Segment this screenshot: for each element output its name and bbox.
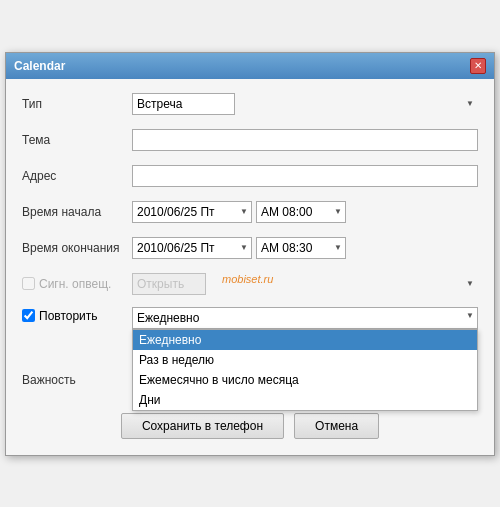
alarm-dropdown[interactable]: Открыть Закрыть — [132, 273, 206, 295]
end-time-field-area: 2010/06/25 Пт AM 08:30 — [132, 237, 478, 259]
type-dropdown-wrapper: Встреча Задача Напоминание — [132, 93, 478, 115]
save-button[interactable]: Сохранить в телефон — [121, 413, 284, 439]
repeat-label: Повторить — [39, 309, 98, 323]
end-time-dropdown[interactable]: AM 08:30 — [256, 237, 346, 259]
alarm-checkbox-label: Сигн. опвещ. — [22, 277, 132, 291]
topic-label: Тема — [22, 133, 132, 147]
type-row: Тип Встреча Задача Напоминание — [22, 91, 478, 117]
repeat-field-area: Ежедневно ▼ Ежедневно Раз в неделю Ежеме… — [132, 307, 478, 329]
start-time-label: Время начала — [22, 205, 132, 219]
close-button[interactable]: ✕ — [470, 58, 486, 74]
start-date-dropdown[interactable]: 2010/06/25 Пт — [132, 201, 252, 223]
title-bar-buttons: ✕ — [470, 58, 486, 74]
window-title: Calendar — [14, 59, 65, 73]
repeat-option-daily[interactable]: Ежедневно — [133, 330, 477, 350]
repeat-option-weekly[interactable]: Раз в неделю — [133, 350, 477, 370]
start-date-wrapper: 2010/06/25 Пт — [132, 201, 252, 223]
repeat-listbox: Ежедневно Раз в неделю Ежемесячно в числ… — [132, 329, 478, 411]
repeat-option-days[interactable]: Дни — [133, 390, 477, 410]
repeat-option-monthly[interactable]: Ежемесячно в число месяца — [133, 370, 477, 390]
address-input[interactable] — [132, 165, 478, 187]
topic-input[interactable] — [132, 129, 478, 151]
end-time-label: Время окончания — [22, 241, 132, 255]
end-time-wrapper: AM 08:30 — [256, 237, 346, 259]
repeat-checkbox[interactable] — [22, 309, 35, 322]
repeat-arrow-icon: ▼ — [466, 311, 474, 320]
importance-label: Важность — [22, 373, 132, 387]
address-field-area — [132, 165, 478, 187]
start-time-field-area: 2010/06/25 Пт AM 08:00 — [132, 201, 478, 223]
alarm-row: Сигн. опвещ. Открыть Закрыть — [22, 271, 478, 297]
repeat-label-area: Повторить — [22, 307, 132, 323]
alarm-dropdown-wrapper: Открыть Закрыть — [132, 273, 478, 295]
address-row: Адрес — [22, 163, 478, 189]
type-label: Тип — [22, 97, 132, 111]
end-time-row: Время окончания 2010/06/25 Пт AM 08:30 — [22, 235, 478, 261]
address-label: Адрес — [22, 169, 132, 183]
topic-field-area — [132, 129, 478, 151]
alarm-label: Сигн. опвещ. — [39, 277, 111, 291]
form-content: Тип Встреча Задача Напоминание Тема Адре… — [6, 79, 494, 455]
type-dropdown[interactable]: Встреча Задача Напоминание — [132, 93, 235, 115]
repeat-row: Повторить Ежедневно ▼ Ежедневно Раз в не… — [22, 307, 478, 329]
topic-row: Тема — [22, 127, 478, 153]
type-field-area: Встреча Задача Напоминание — [132, 93, 478, 115]
alarm-field-area: Открыть Закрыть — [132, 273, 478, 295]
cancel-button[interactable]: Отмена — [294, 413, 379, 439]
start-time-wrapper: AM 08:00 — [256, 201, 346, 223]
start-time-dropdown[interactable]: AM 08:00 — [256, 201, 346, 223]
title-bar: Calendar ✕ — [6, 53, 494, 79]
alarm-checkbox[interactable] — [22, 277, 35, 290]
end-date-dropdown[interactable]: 2010/06/25 Пт — [132, 237, 252, 259]
start-time-row: Время начала 2010/06/25 Пт AM 08:00 — [22, 199, 478, 225]
repeat-select-box[interactable]: Ежедневно ▼ — [132, 307, 478, 329]
end-date-wrapper: 2010/06/25 Пт — [132, 237, 252, 259]
repeat-selected-value: Ежедневно — [137, 311, 199, 325]
calendar-window: Calendar ✕ Тип Встреча Задача Напоминани… — [5, 52, 495, 456]
